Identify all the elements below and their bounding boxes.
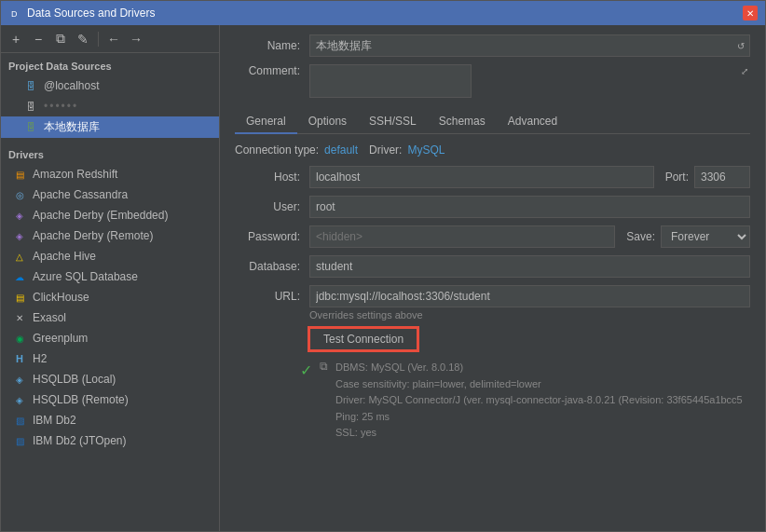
driver-amazon-redshift[interactable]: ▤ Amazon Redshift (1, 164, 219, 184)
close-button[interactable]: ✕ (743, 6, 758, 20)
password-label: Password: (235, 230, 309, 243)
tab-options[interactable]: Options (297, 110, 358, 134)
tab-schemas[interactable]: Schemas (428, 110, 497, 134)
driver-ibm-db2-jtopen[interactable]: ▨ IBM Db2 (JTOpen) (1, 430, 219, 451)
comment-input[interactable] (309, 64, 472, 98)
exasol-icon: ✕ (12, 310, 27, 325)
driver-azure-sql[interactable]: ☁ Azure SQL Database (1, 266, 219, 287)
user-row: User: (235, 196, 750, 218)
connection-status: ✓ ⧉ DBMS: MySQL (Ver. 8.0.18) Case sensi… (300, 360, 750, 442)
tree-item-localhost-label: @localhost (44, 79, 100, 92)
host-input[interactable] (309, 166, 654, 188)
driver-hive-label: Apache Hive (33, 250, 96, 263)
tab-advanced[interactable]: Advanced (497, 110, 568, 134)
connection-type-value[interactable]: default (324, 143, 358, 157)
driver-value[interactable]: MySQL (407, 143, 445, 157)
password-input[interactable] (309, 225, 615, 248)
ibm-db2-icon: ▨ (12, 413, 27, 428)
driver-greenplum[interactable]: ◉ Greenplum (1, 328, 219, 348)
add-button[interactable]: + (7, 30, 25, 48)
connection-type-label: Connection type: (235, 143, 319, 157)
port-input[interactable] (694, 166, 750, 188)
name-row: Name: ↺ (235, 34, 750, 57)
url-label: URL: (235, 290, 309, 303)
conn-driver-line: Driver: MySQL Connector/J (ver. mysql-co… (335, 392, 743, 409)
drivers-header: Drivers (1, 142, 219, 164)
driver-exasol[interactable]: ✕ Exasol (1, 307, 219, 328)
driver-h2[interactable]: H H2 (1, 348, 219, 369)
test-connection-button[interactable]: Test Connection (309, 328, 417, 350)
tabs: General Options SSH/SSL Schemas Advanced (235, 110, 750, 134)
connection-type-row: Connection type: default Driver: MySQL (235, 143, 750, 157)
name-label: Name: (235, 39, 309, 52)
tree-item-blurred[interactable]: 🗄 •••••• (1, 96, 219, 116)
driver-apache-hive[interactable]: △ Apache Hive (1, 246, 219, 266)
driver-label: Driver: (369, 143, 402, 157)
h2-icon: H (12, 351, 27, 366)
user-input[interactable] (309, 196, 750, 218)
database-input[interactable] (309, 255, 750, 278)
driver-derby-embedded-label: Apache Derby (Embedded) (33, 209, 168, 222)
drivers-section: Drivers ▤ Amazon Redshift ◎ Apache Cassa… (1, 142, 219, 451)
derby-embedded-icon: ◈ (12, 208, 27, 223)
tree-item-local-db[interactable]: 🗄 本地数据库 (1, 116, 219, 138)
name-input[interactable] (309, 34, 750, 57)
amazon-icon: ▤ (12, 167, 27, 182)
tab-ssh-ssl[interactable]: SSH/SSL (358, 110, 428, 134)
password-row: Password: Save: Forever Until restart Ne… (235, 225, 750, 248)
hsqldb-local-icon: ◈ (12, 372, 27, 387)
driver-ibm-db2[interactable]: ▨ IBM Db2 (1, 410, 219, 430)
port-label: Port: (665, 171, 689, 184)
clickhouse-icon: ▤ (12, 290, 27, 305)
driver-hsqldb-remote[interactable]: ◈ HSQLDB (Remote) (1, 389, 219, 410)
connection-info: DBMS: MySQL (Ver. 8.0.18) Case sensitivi… (335, 360, 743, 442)
driver-ibm-db2-label: IBM Db2 (33, 414, 76, 427)
toolbar: + − ⧉ ✎ ← → (1, 25, 219, 53)
left-panel: + − ⧉ ✎ ← → Project Data Sources 🗄 @loca… (1, 25, 220, 531)
driver-apache-derby-remote[interactable]: ◈ Apache Derby (Remote) (1, 225, 219, 246)
tree-item-local-db-label: 本地数据库 (44, 119, 100, 135)
svg-text:D: D (11, 9, 18, 19)
driver-exasol-label: Exasol (33, 311, 66, 324)
duplicate-button[interactable]: ⧉ (51, 30, 70, 48)
conn-ping-line: Ping: 25 ms (335, 409, 743, 426)
app-icon: D (8, 7, 21, 20)
copy-icon[interactable]: ⧉ (320, 360, 328, 373)
driver-hsqldb-local[interactable]: ◈ HSQLDB (Local) (1, 369, 219, 389)
tree-item-localhost[interactable]: 🗄 @localhost (1, 75, 219, 96)
tab-general[interactable]: General (235, 110, 297, 134)
save-select[interactable]: Forever Until restart Never (661, 225, 750, 248)
driver-amazon-label: Amazon Redshift (33, 168, 117, 181)
name-refresh-icon: ↺ (737, 41, 745, 51)
main-window: D Data Sources and Drivers ✕ + − ⧉ ✎ ← →… (0, 0, 766, 532)
window-title: Data Sources and Drivers (27, 7, 743, 20)
driver-clickhouse[interactable]: ▤ ClickHouse (1, 287, 219, 307)
db-icon: 🗄 (23, 78, 38, 93)
selected-db-icon: 🗄 (23, 120, 38, 135)
comment-wrap: ⤢ (309, 64, 750, 101)
driver-apache-derby-embedded[interactable]: ◈ Apache Derby (Embedded) (1, 205, 219, 225)
database-label: Database: (235, 260, 309, 273)
right-panel: Name: ↺ Comment: ⤢ General Options SSH/S… (220, 25, 765, 531)
name-input-wrap: ↺ (309, 34, 750, 57)
toolbar-separator (98, 32, 99, 47)
remove-button[interactable]: − (29, 30, 48, 48)
comment-label: Comment: (235, 64, 309, 77)
driver-clickhouse-label: ClickHouse (33, 291, 89, 304)
azure-icon: ☁ (12, 269, 27, 284)
nav-forward-button[interactable]: → (127, 30, 145, 48)
comment-row: Comment: ⤢ (235, 64, 750, 101)
edit-button[interactable]: ✎ (74, 30, 92, 48)
nav-back-button[interactable]: ← (104, 30, 123, 48)
url-input[interactable] (309, 285, 750, 307)
conn-case-line: Case sensitivity: plain=lower, delimited… (335, 376, 743, 393)
database-row: Database: (235, 255, 750, 278)
expand-icon[interactable]: ⤢ (741, 66, 748, 76)
url-row: URL: (235, 285, 750, 307)
conn-dbms-line: DBMS: MySQL (Ver. 8.0.18) (335, 360, 743, 376)
driver-apache-cassandra[interactable]: ◎ Apache Cassandra (1, 184, 219, 205)
driver-h2-label: H2 (33, 352, 47, 365)
cassandra-icon: ◎ (12, 187, 27, 202)
tree-item-blurred-label: •••••• (44, 100, 78, 113)
project-data-sources-header: Project Data Sources (1, 53, 219, 75)
